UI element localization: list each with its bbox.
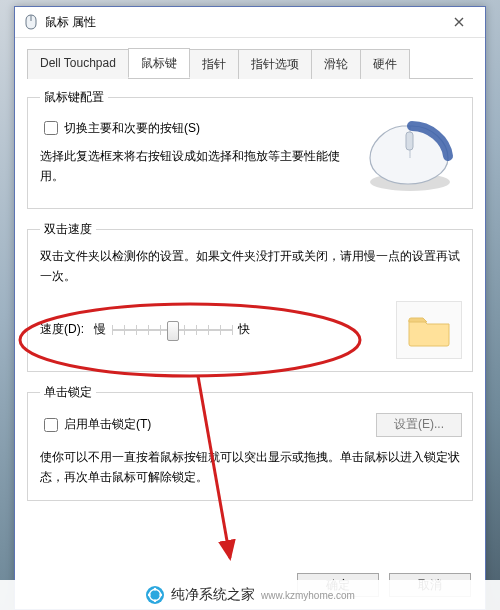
button-label: 设置(E)... — [394, 417, 444, 431]
speed-control: 速度(D): 慢 快 — [40, 319, 376, 341]
clicklock-settings-button: 设置(E)... — [376, 413, 462, 437]
tab-label: Dell Touchpad — [40, 56, 116, 70]
speed-slider[interactable] — [112, 319, 232, 341]
close-icon — [454, 17, 464, 27]
swap-buttons-text: 切换主要和次要的按钮(S) — [64, 120, 200, 137]
double-click-note: 双击文件夹以检测你的设置。如果文件夹没打开或关闭，请用慢一点的设置再试一次。 — [40, 246, 462, 287]
tab-hardware[interactable]: 硬件 — [360, 49, 410, 79]
group-click-lock: 单击锁定 启用单击锁定(T) 设置(E)... 使你可以不用一直按着鼠标按钮就可… — [27, 384, 473, 501]
group-legend: 单击锁定 — [40, 384, 96, 401]
swap-buttons-note: 选择此复选框来将右按钮设成如选择和拖放等主要性能使用。 — [40, 146, 346, 187]
tab-label: 滑轮 — [324, 57, 348, 71]
speed-slow-label: 慢 — [94, 321, 106, 338]
slider-thumb[interactable] — [167, 321, 179, 341]
tab-label: 指针 — [202, 57, 226, 71]
group-double-click: 双击速度 双击文件夹以检测你的设置。如果文件夹没打开或关闭，请用慢一点的设置再试… — [27, 221, 473, 372]
tab-label: 鼠标键 — [141, 56, 177, 70]
tab-pointers[interactable]: 指针 — [189, 49, 239, 79]
tab-buttons[interactable]: 鼠标键 — [128, 48, 190, 78]
tab-panel: 鼠标键配置 切换主要和次要的按钮(S) 选择此复选框来将右按钮设成如选择和拖放等… — [27, 79, 473, 501]
svg-point-5 — [154, 588, 157, 591]
group-button-config: 鼠标键配置 切换主要和次要的按钮(S) 选择此复选框来将右按钮设成如选择和拖放等… — [27, 89, 473, 209]
svg-point-8 — [148, 594, 151, 597]
speed-label: 速度(D): — [40, 321, 84, 338]
svg-point-7 — [154, 599, 157, 602]
window-title: 鼠标 属性 — [45, 14, 437, 31]
watermark-domain: www.kzmyhome.com — [261, 590, 355, 601]
tab-pointer-options[interactable]: 指针选项 — [238, 49, 312, 79]
clicklock-checkbox[interactable] — [44, 418, 58, 432]
swap-buttons-checkbox[interactable] — [44, 121, 58, 135]
svg-point-6 — [159, 594, 162, 597]
tab-label: 指针选项 — [251, 57, 299, 71]
swap-buttons-label[interactable]: 切换主要和次要的按钮(S) — [40, 118, 200, 138]
clicklock-label[interactable]: 启用单击锁定(T) — [40, 415, 376, 435]
tab-dell-touchpad[interactable]: Dell Touchpad — [27, 49, 129, 79]
svg-rect-2 — [406, 132, 413, 150]
tab-wheel[interactable]: 滑轮 — [311, 49, 361, 79]
clicklock-text: 启用单击锁定(T) — [64, 416, 151, 433]
mouse-illustration — [352, 118, 462, 196]
group-legend: 双击速度 — [40, 221, 96, 238]
tab-label: 硬件 — [373, 57, 397, 71]
titlebar: 鼠标 属性 — [15, 7, 485, 38]
mouse-properties-window: 鼠标 属性 Dell Touchpad 鼠标键 指针 指针选项 滑轮 硬件 鼠标… — [14, 6, 486, 610]
mouse-icon — [23, 14, 39, 30]
test-folder-icon[interactable] — [396, 301, 462, 359]
tabstrip: Dell Touchpad 鼠标键 指针 指针选项 滑轮 硬件 — [27, 48, 473, 79]
clicklock-note: 使你可以不用一直按着鼠标按钮就可以突出显示或拖拽。单击鼠标以进入锁定状态，再次单… — [40, 447, 462, 488]
watermark-logo-icon — [145, 585, 165, 605]
watermark: 纯净系统之家 www.kzmyhome.com — [0, 580, 500, 610]
close-button[interactable] — [437, 8, 481, 36]
speed-fast-label: 快 — [238, 321, 250, 338]
group-legend: 鼠标键配置 — [40, 89, 108, 106]
watermark-name: 纯净系统之家 — [171, 586, 255, 604]
